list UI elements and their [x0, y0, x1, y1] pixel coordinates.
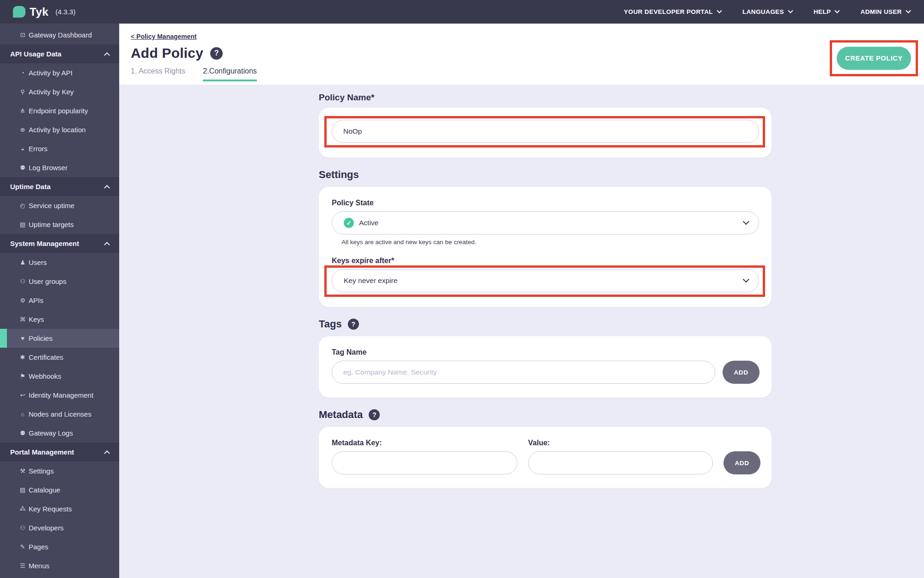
identity-arrow-icon: ↩	[18, 392, 28, 399]
sidebar-item-user-groups[interactable]: ⚇User groups	[0, 272, 119, 291]
sidebar-section-api-usage-data[interactable]: API Usage Data	[0, 44, 119, 63]
uptime-icon: ◴	[18, 202, 28, 209]
policy-state-helper: All keys are active and new keys can be …	[341, 239, 759, 246]
sidebar-item-gateway-logs[interactable]: ⚉Gateway Logs	[0, 424, 119, 443]
sidebar-item-key-requests[interactable]: ⁂Key Requests	[0, 499, 119, 518]
sidebar-item-label: APIs	[29, 296, 43, 304]
create-policy-button[interactable]: CREATE POLICY	[837, 47, 911, 70]
sidebar-item-apis[interactable]: ⚙APIs	[0, 291, 119, 310]
page-title: Add Policy	[131, 45, 203, 61]
sidebar-item-certificates[interactable]: ✱Certificates	[0, 348, 119, 367]
tags-help-icon[interactable]: ?	[348, 319, 359, 330]
add-metadata-button[interactable]: ADD	[723, 451, 760, 474]
add-tag-button[interactable]: ADD	[723, 361, 760, 384]
metadata-key-input[interactable]	[332, 451, 517, 474]
user-group-icon: ⚇	[18, 278, 28, 285]
sidebar-item-label: Errors	[29, 145, 48, 153]
fork-icon: ⋔	[18, 107, 28, 114]
policy-state-dropdown[interactable]: ✓ Active	[332, 211, 759, 234]
sidebar-item-label: Activity by API	[29, 69, 73, 77]
help-icon[interactable]: ?	[210, 47, 223, 60]
sidebar-item-service-uptime[interactable]: ◴Service uptime	[0, 196, 119, 215]
sidebar-item-catalogue[interactable]: ▤Catalogue	[0, 480, 119, 499]
tyk-logo[interactable]: Tyk (4.3.3)	[13, 6, 75, 18]
metadata-help-icon[interactable]: ?	[369, 409, 380, 420]
topbar-menu-label: LANGUAGES	[742, 8, 784, 15]
topbar-menu-admin-user[interactable]: ADMIN USER	[860, 8, 910, 15]
globe-icon: ⊕	[18, 126, 28, 133]
network-icon: ⌘	[18, 316, 28, 323]
metadata-value-input[interactable]	[528, 451, 713, 474]
topbar-menu-your-developer-portal[interactable]: YOUR DEVELOPER PORTAL	[624, 8, 721, 15]
tyk-leaf-icon	[13, 6, 25, 18]
sidebar-item-label: Users	[29, 258, 47, 266]
wrench-icon: ⚒	[18, 467, 28, 474]
sidebar-item-uptime-targets[interactable]: ▤Uptime targets	[0, 215, 119, 234]
sidebar-item-identity-management[interactable]: ↩Identity Management	[0, 386, 119, 405]
tab-access-rights[interactable]: 1. Access Rights	[131, 67, 185, 81]
keys-expire-dropdown[interactable]: Key never expire	[332, 269, 759, 292]
tags-heading: Tags	[319, 318, 342, 330]
tab-configurations[interactable]: 2.Configurations	[203, 67, 257, 81]
sidebar-section-system-management[interactable]: System Management	[0, 234, 119, 253]
sidebar-item-developers[interactable]: ⚇Developers	[0, 518, 119, 537]
topbar-menu-label: HELP	[814, 8, 831, 15]
version-label: (4.3.3)	[55, 8, 75, 16]
sidebar-item-policies[interactable]: ♥Policies	[0, 329, 119, 348]
keys-expire-label: Keys expire after*	[332, 257, 759, 265]
chevron-down-icon	[788, 8, 793, 13]
policy-name-label: Policy Name*	[319, 92, 772, 103]
sidebar-section-label: API Usage Data	[10, 50, 61, 58]
topbar-menu-languages[interactable]: LANGUAGES	[742, 8, 792, 15]
tags-card: Tag Name ADD	[319, 336, 772, 398]
sidebar-item-keys[interactable]: ⌘Keys	[0, 310, 119, 329]
sidebar-item-label: Policies	[29, 334, 53, 342]
sidebar-item-label: Activity by location	[29, 126, 85, 134]
topbar-menu-help[interactable]: HELP	[814, 8, 839, 15]
sidebar-item-log-browser[interactable]: ⚉Log Browser	[0, 158, 119, 177]
sidebar-item-label: Certificates	[29, 353, 63, 361]
sidebar-item-activity-by-location[interactable]: ⊕Activity by location	[0, 120, 119, 139]
sidebar-item-label: Gateway Dashboard	[29, 31, 92, 39]
tag-name-input[interactable]	[332, 361, 715, 384]
topbar-menu-label: YOUR DEVELOPER PORTAL	[624, 8, 713, 15]
sidebar-section-label: Uptime Data	[10, 183, 51, 191]
bug-icon: ⚉	[18, 430, 28, 437]
user-icon: ♟	[18, 259, 28, 266]
monitor-icon: ⊡	[18, 31, 28, 38]
sidebar-section-uptime-data[interactable]: Uptime Data	[0, 177, 119, 196]
topbar-menu-label: ADMIN USER	[860, 8, 902, 15]
sidebar-item-portal-settings[interactable]: ⚒Settings	[0, 461, 119, 480]
policy-name-input[interactable]	[332, 120, 759, 143]
sidebar-section-label: Portal Management	[10, 448, 74, 456]
bug-icon: ⚉	[18, 164, 28, 171]
sidebar-item-label: Key Requests	[29, 505, 72, 513]
breadcrumb-label: Policy Management	[136, 33, 197, 40]
key-icon: ⚲	[18, 88, 28, 95]
topbar: Tyk (4.3.3) YOUR DEVELOPER PORTALLANGUAG…	[0, 0, 924, 24]
chevron-down-icon	[743, 218, 749, 225]
sidebar-item-activity-by-key[interactable]: ⚲Activity by Key	[0, 82, 119, 101]
sidebar-item-users[interactable]: ♟Users	[0, 253, 119, 272]
metadata-key-label: Metadata Key:	[332, 439, 517, 447]
sidebar-item-gateway-dashboard[interactable]: ⊡Gateway Dashboard	[0, 25, 119, 44]
list-icon: ▤	[18, 221, 28, 228]
paw-icon: ⁂	[18, 505, 28, 512]
sidebar-section-portal-management[interactable]: Portal Management	[0, 443, 119, 461]
metadata-heading: Metadata	[319, 409, 363, 421]
bank-icon: ⌂	[18, 411, 28, 418]
active-check-icon: ✓	[344, 218, 354, 228]
sidebar-item-webhooks[interactable]: ⚑Webhooks	[0, 367, 119, 386]
sidebar-item-menus[interactable]: ☰Menus	[0, 556, 119, 575]
breadcrumb[interactable]: < Policy Management	[131, 33, 924, 40]
sidebar-item-errors[interactable]: ◒Errors	[0, 139, 119, 158]
metadata-card: Metadata Key: Value: ADD	[319, 427, 772, 488]
policy-name-card	[319, 108, 772, 158]
sidebar-item-nodes-and-licenses[interactable]: ⌂Nodes and Licenses	[0, 405, 119, 424]
sidebar-item-activity-by-api[interactable]: ◔Activity by API	[0, 63, 119, 82]
sidebar-item-pages[interactable]: ✎Pages	[0, 537, 119, 556]
policy-state-value: Active	[359, 219, 378, 227]
sidebar-item-endpoint-popularity[interactable]: ⋔Endpoint popularity	[0, 101, 119, 120]
sidebar-item-label: Keys	[29, 315, 44, 323]
sidebar-item-label: Log Browser	[29, 164, 67, 172]
